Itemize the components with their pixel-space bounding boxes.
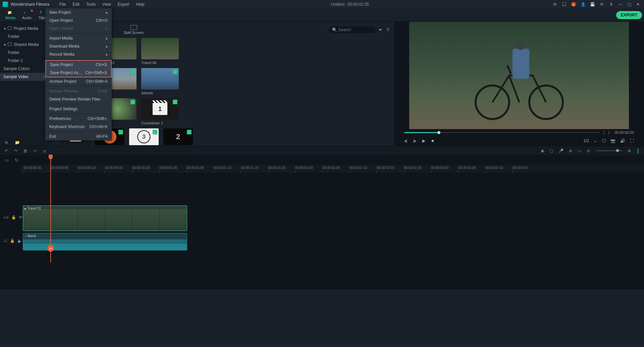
media-thumb[interactable]: 2↓ (163, 128, 193, 145)
zoom-slider[interactable] (595, 150, 622, 151)
voiceover-icon[interactable]: 🎤 (558, 149, 564, 153)
download-badge-icon[interactable]: ↓ (130, 69, 135, 74)
menu-record-media[interactable]: Record Media▸ (45, 50, 112, 58)
zoom-out-icon[interactable]: ⊖ (587, 149, 590, 153)
app-name: Wondershare Filmora (11, 2, 49, 7)
download-badge-icon[interactable]: ↓ (173, 69, 177, 74)
preview-ratio[interactable]: 1/2 (583, 138, 589, 143)
menu-file[interactable]: File (56, 1, 69, 8)
next-frame-icon[interactable]: |▸ (413, 138, 416, 143)
sidebar-folder-2[interactable]: Folder 2 (0, 57, 52, 65)
cut-icon[interactable]: ✄ (34, 149, 37, 153)
menu-render-preview[interactable]: Render PreviewEnter (45, 87, 112, 95)
split-screen-tab[interactable]: Split Screen (124, 25, 144, 35)
prev-frame-icon[interactable]: ◂| (404, 138, 407, 143)
menu-delete-preview[interactable]: Delete Preview Render Files (45, 95, 112, 103)
mute-icon[interactable]: 🔈 (17, 239, 22, 243)
menu-tools[interactable]: Tools (83, 1, 99, 8)
close-icon[interactable]: ✕ (635, 1, 641, 8)
adjust-icon[interactable]: ⚌ (43, 149, 47, 153)
grid-view-icon[interactable]: ⠿ (386, 27, 389, 32)
add-folder-icon[interactable]: ⊕ (5, 140, 8, 145)
maximize-icon[interactable]: ▢ (626, 1, 633, 8)
download-badge-icon[interactable]: ↓ (118, 130, 123, 134)
menu-help[interactable]: Help (133, 1, 148, 8)
menu-open-recent[interactable]: Open Recent▸ (45, 24, 112, 33)
render-icon[interactable]: ◉ (541, 149, 544, 153)
download-icon[interactable]: ⬇ (608, 2, 614, 7)
sidebar-folder-1[interactable]: Folder (0, 49, 52, 57)
menu-open-project[interactable]: Open ProjectCtrl+O (45, 16, 112, 24)
visibility-icon[interactable]: 👁 (19, 215, 22, 220)
menu-preferences[interactable]: PreferencesCtrl+Shift+, (45, 115, 112, 123)
preview-scrubber[interactable]: { } 00:00:00:05 (401, 129, 637, 136)
sidebar-shared-media[interactable]: ▼Shared Media ( (0, 41, 52, 49)
gift-icon[interactable]: 🎁 (571, 2, 576, 7)
menu-exit[interactable]: ExitAlt+F4 (45, 132, 112, 140)
undo-icon[interactable]: ↶ (5, 149, 8, 153)
lock-icon[interactable]: 🔓 (10, 239, 15, 243)
timeline-ruler[interactable]: 00:00:00:0000:00:00:0500:00:00:1000:00:0… (20, 165, 644, 173)
zoom-fit-icon[interactable]: ║ (636, 149, 639, 153)
lock-icon[interactable]: 🔓 (11, 215, 16, 220)
menu-archive-project[interactable]: Archive ProjectCtrl+Shift+A (45, 77, 112, 85)
keyframe-icon[interactable]: ▭ (578, 149, 581, 153)
menu-keyboard-shortcuts[interactable]: Keyboard ShortcutsCtrl+Alt+K (45, 123, 112, 131)
filter-icon[interactable]: ⏷ (378, 27, 382, 32)
cut-handle-icon[interactable]: ✄ (47, 245, 54, 252)
menu-import-media[interactable]: Import Media▸ (45, 34, 112, 42)
menu-save-project-as[interactable]: Save Project As...Ctrl+Shift+S (46, 69, 111, 77)
tab-media[interactable]: 📁 Media (2, 10, 19, 20)
play-icon[interactable]: ▶ (422, 138, 425, 143)
video-clip[interactable]: Travel 01 (23, 206, 187, 231)
settings-gear-icon[interactable]: ⚙ (552, 2, 557, 7)
menu-project-settings[interactable]: Project Settings (45, 105, 112, 113)
zoom-in-icon[interactable]: ⊕ (628, 149, 631, 153)
snapshot-icon[interactable]: 📷 (610, 138, 615, 143)
redo-icon[interactable]: ↷ (14, 149, 17, 153)
media-item[interactable]: Travel 04 (141, 38, 179, 65)
timeline-select-icon[interactable]: ▭ (5, 158, 9, 163)
media-item[interactable]: ↓Islands (141, 68, 179, 95)
search-input[interactable] (338, 27, 369, 32)
playhead[interactable]: ✄ (50, 155, 51, 263)
export-button[interactable]: EXPORT (616, 11, 642, 19)
download-badge-icon[interactable]: ↓ (153, 130, 157, 134)
save-icon[interactable]: 💾 (590, 2, 595, 7)
tab-audio[interactable]: ♪ Audio (19, 10, 35, 20)
sidebar-folder[interactable]: Folder (0, 33, 52, 41)
mixer-icon[interactable]: ≣ (569, 149, 572, 153)
download-badge-icon[interactable]: ↓ (187, 130, 192, 134)
account-icon[interactable]: 👤 (580, 2, 586, 7)
open-folder-icon[interactable]: 📁 (15, 140, 20, 145)
timeline-link-icon[interactable]: ↻ (15, 158, 18, 163)
menu-download-media[interactable]: Download Media▸ (45, 42, 112, 50)
fullscreen-icon[interactable]: ⛶ (630, 138, 634, 143)
scrub-handle[interactable] (437, 131, 440, 134)
menu-save-project[interactable]: Save ProjectCtrl+S (46, 61, 111, 69)
search-box[interactable]: 🔍 (329, 26, 376, 33)
menu-edit[interactable]: Edit (69, 1, 83, 8)
delete-icon[interactable]: 🗑 (23, 149, 28, 153)
menu-export[interactable]: Export (114, 1, 133, 8)
download-badge-icon[interactable]: ↓ (130, 100, 135, 104)
download-badge-icon[interactable]: ↓ (173, 100, 177, 104)
media-thumb[interactable]: 3↓ (129, 128, 159, 145)
minimize-icon[interactable]: — (617, 1, 624, 8)
marker-icon[interactable]: ▢ (549, 149, 553, 153)
menu-new-project[interactable]: New Project▸ (45, 8, 112, 16)
scrub-track[interactable] (404, 132, 600, 133)
media-item[interactable]: 1↓Countdown 1 (141, 98, 179, 125)
stop-icon[interactable]: ■ (431, 138, 434, 143)
preview-video[interactable] (409, 22, 629, 129)
headphones-icon[interactable]: 🎧 (561, 2, 567, 7)
ratio-dropdown-icon[interactable]: ⌄ (594, 138, 597, 143)
zoom-handle[interactable] (616, 149, 619, 152)
sidebar-sample-colors[interactable]: Sample Colors ( (0, 65, 52, 73)
volume-icon[interactable]: 🔊 (620, 138, 625, 143)
display-icon[interactable]: 🖵 (602, 138, 606, 143)
sidebar-project-media[interactable]: ▼Project Media ( (0, 24, 52, 33)
mail-icon[interactable]: ✉ (599, 2, 604, 7)
sidebar-sample-video[interactable]: Sample Video (20 (0, 73, 52, 81)
menu-view[interactable]: View (99, 1, 114, 8)
